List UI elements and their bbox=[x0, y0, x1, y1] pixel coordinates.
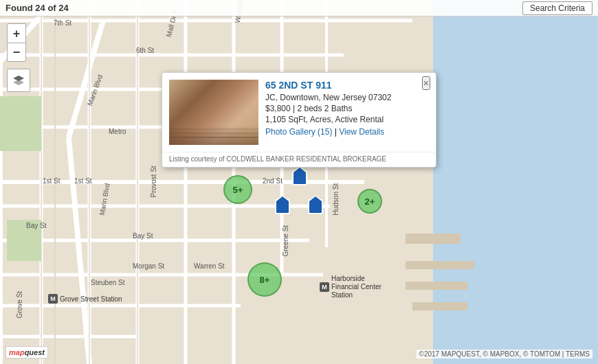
popup-title: 65 2ND ST 911 bbox=[265, 80, 429, 91]
view-details-link[interactable]: View Details bbox=[339, 127, 384, 137]
street-provost: Provost St bbox=[150, 166, 157, 197]
harborside-label: Harborside Financial Center Station bbox=[331, 275, 393, 299]
popup-courtesy: Listing courtesy of COLDWELL BANKER RESI… bbox=[162, 152, 436, 167]
svg-rect-32 bbox=[406, 282, 467, 290]
cluster-marker-2[interactable]: 2+ bbox=[357, 189, 382, 214]
svg-rect-33 bbox=[412, 302, 467, 310]
copyright-text: ©2017 MAPQUEST, © MAPBOX, © TOMTOM | TER… bbox=[419, 350, 590, 358]
top-bar: Found 24 of 24 Search Criteria bbox=[0, 0, 598, 16]
found-count: Found 24 of 24 bbox=[5, 3, 69, 13]
street-bay-a: Bay St bbox=[26, 222, 46, 229]
street-steuben: Steuben St bbox=[91, 279, 124, 286]
popup-price: $3,800 | 2 beds 2 Baths bbox=[265, 104, 429, 113]
property-popup: × 65 2ND ST 911 JC, Downtown, New Jersey… bbox=[162, 72, 436, 168]
street-metro: Metro bbox=[109, 128, 126, 135]
house-marker-3[interactable] bbox=[308, 199, 323, 214]
cluster-marker-3[interactable]: 8+ bbox=[247, 262, 282, 297]
popup-address: JC, Downtown, New Jersey 07302 bbox=[265, 93, 429, 102]
cluster-label-2: 2+ bbox=[365, 196, 375, 207]
map-zoom-controls: + − bbox=[7, 23, 26, 62]
grove-station: M Grove Street Station bbox=[48, 294, 122, 304]
street-7th: 7th St bbox=[54, 19, 71, 27]
mapquest-text: map bbox=[9, 348, 25, 356]
svg-marker-35 bbox=[13, 80, 24, 85]
street-hudson: Hudson St bbox=[332, 183, 340, 216]
zoom-in-button[interactable]: + bbox=[7, 23, 26, 43]
mapquest-logo: mapquest bbox=[5, 346, 48, 359]
cluster-marker-1[interactable]: 5+ bbox=[223, 175, 252, 204]
popup-details: 65 2ND ST 911 JC, Downtown, New Jersey 0… bbox=[265, 80, 429, 145]
svg-rect-31 bbox=[406, 261, 474, 269]
popup-links: Photo Gallery (15) | View Details bbox=[265, 127, 429, 137]
house-marker-2[interactable] bbox=[275, 199, 290, 214]
street-1st-a: 1st St bbox=[43, 177, 60, 185]
street-grove: Grove St bbox=[16, 291, 23, 318]
street-greene: Greene St bbox=[282, 225, 289, 257]
cluster-label-1: 5+ bbox=[233, 185, 243, 195]
street-bay-b: Bay St bbox=[133, 232, 153, 240]
street-6th: 6th St bbox=[136, 47, 154, 54]
street-warren: Warren St bbox=[194, 262, 225, 270]
search-criteria-button[interactable]: Search Criteria bbox=[522, 1, 593, 15]
svg-rect-28 bbox=[0, 96, 41, 151]
layer-button[interactable] bbox=[7, 69, 30, 92]
street-1st-b: 1st St bbox=[74, 177, 92, 185]
house-marker-1[interactable] bbox=[292, 170, 307, 185]
transit-icon-harborside: M bbox=[320, 282, 329, 292]
street-2nd: 2nd St bbox=[263, 177, 283, 185]
harborside-station: M Harborside Financial Center Station bbox=[320, 275, 393, 299]
popup-size: 1,105 SqFt, Acres, Active Rental bbox=[265, 115, 429, 124]
transit-icon-grove: M bbox=[48, 294, 58, 304]
grove-label: Grove Street Station bbox=[60, 295, 122, 303]
cluster-label-3: 8+ bbox=[260, 275, 270, 285]
photo-gallery-link[interactable]: Photo Gallery (15) bbox=[265, 127, 332, 137]
street-morgan: Morgan St bbox=[133, 262, 164, 270]
popup-close-button[interactable]: × bbox=[422, 76, 430, 90]
copyright-bar: ©2017 MAPQUEST, © MAPBOX, © TOMTOM | TER… bbox=[417, 350, 593, 359]
map-container[interactable]: Found 24 of 24 Search Criteria + − × 65 … bbox=[0, 0, 598, 364]
property-image bbox=[169, 80, 258, 145]
popup-content: 65 2ND ST 911 JC, Downtown, New Jersey 0… bbox=[162, 73, 436, 152]
layers-icon bbox=[12, 74, 25, 87]
zoom-out-button[interactable]: − bbox=[7, 43, 26, 62]
mapquest-text-2: quest bbox=[25, 348, 45, 356]
svg-rect-30 bbox=[406, 234, 461, 244]
